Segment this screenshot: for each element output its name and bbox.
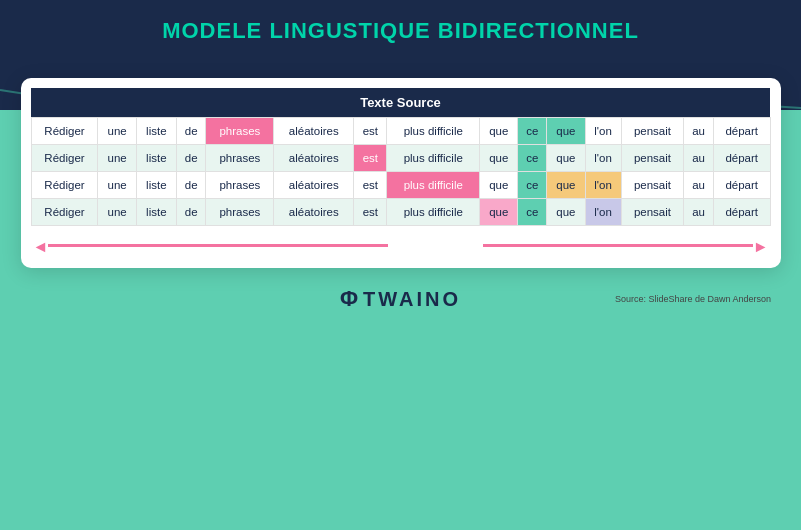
table-cell: Rédiger <box>31 145 98 172</box>
table-cell: aléatoires <box>274 118 354 145</box>
table-cell: que <box>547 172 585 199</box>
table-cell: liste <box>136 145 176 172</box>
table-cell: ce <box>518 199 547 226</box>
table-cell: que <box>547 199 585 226</box>
table-cell: Rédiger <box>31 199 98 226</box>
table-cell: plus difficile <box>387 145 480 172</box>
left-arrow-line <box>48 244 388 247</box>
table-cell: phrases <box>206 118 274 145</box>
table-cell: que <box>480 118 518 145</box>
table-cell: liste <box>136 199 176 226</box>
logo-text: TWAINO <box>363 288 461 311</box>
table-cell: liste <box>136 172 176 199</box>
table-cell: au <box>684 199 714 226</box>
table-row: Rédigerunelistedephrasesaléatoiresestplu… <box>31 118 770 145</box>
table-cell: départ <box>713 199 770 226</box>
table-row: Rédigerunelistedephrasesaléatoiresestplu… <box>31 199 770 226</box>
arrows-container <box>31 232 771 258</box>
table-cell: l'on <box>585 172 621 199</box>
table-cell: au <box>684 145 714 172</box>
right-arrow-line <box>483 244 753 247</box>
table-cell: que <box>480 145 518 172</box>
table-cell: phrases <box>206 199 274 226</box>
table-cell: que <box>480 199 518 226</box>
table-cell: pensait <box>621 118 684 145</box>
table-cell: Rédiger <box>31 118 98 145</box>
table-cell: que <box>480 172 518 199</box>
table-cell: l'on <box>585 199 621 226</box>
table-cell: départ <box>713 172 770 199</box>
title-normal: MODELE LINGUSTIQUE <box>162 18 431 43</box>
footer: Φ TWAINO Source: SlideShare de Dawn Ande… <box>0 286 801 312</box>
table-cell: de <box>176 118 206 145</box>
table-cell: une <box>98 199 136 226</box>
table-cell: l'on <box>585 145 621 172</box>
table-cell: aléatoires <box>274 172 354 199</box>
table-cell: pensait <box>621 172 684 199</box>
table-cell: de <box>176 199 206 226</box>
table-row: Rédigerunelistedephrasesaléatoiresestplu… <box>31 172 770 199</box>
right-arrow <box>483 232 769 258</box>
title-accent: BIDIRECTIONNEL <box>438 18 639 43</box>
table-container: Texte Source Rédigerunelistedephrasesalé… <box>21 78 781 268</box>
table-cell: pensait <box>621 199 684 226</box>
table-cell: ce <box>518 118 547 145</box>
table-cell: au <box>684 172 714 199</box>
right-arrow-head <box>753 232 769 258</box>
left-arrow-head <box>33 232 49 258</box>
table-cell: est <box>354 118 387 145</box>
table-cell: départ <box>713 118 770 145</box>
logo: Φ TWAINO <box>340 286 461 312</box>
table-cell: est <box>354 145 387 172</box>
table-cell: départ <box>713 145 770 172</box>
table-cell: une <box>98 118 136 145</box>
table-cell: aléatoires <box>274 145 354 172</box>
table-cell: que <box>547 118 585 145</box>
page-title: MODELE LINGUSTIQUE BIDIRECTIONNEL <box>20 18 781 44</box>
table-cell: plus difficile <box>387 172 480 199</box>
table-cell: l'on <box>585 118 621 145</box>
table-cell: plus difficile <box>387 199 480 226</box>
table-cell: ce <box>518 145 547 172</box>
logo-symbol: Φ <box>340 286 361 312</box>
table-cell: est <box>354 172 387 199</box>
header: MODELE LINGUSTIQUE BIDIRECTIONNEL <box>0 0 801 58</box>
table-cell: Rédiger <box>31 172 98 199</box>
table-cell: est <box>354 199 387 226</box>
table-header: Texte Source <box>31 88 770 118</box>
table-cell: aléatoires <box>274 199 354 226</box>
table-cell: phrases <box>206 172 274 199</box>
table-cell: au <box>684 118 714 145</box>
table-cell: pensait <box>621 145 684 172</box>
table-cell: ce <box>518 172 547 199</box>
data-table: Texte Source Rédigerunelistedephrasesalé… <box>31 88 771 226</box>
left-arrow <box>33 232 389 258</box>
table-cell: de <box>176 172 206 199</box>
table-cell: une <box>98 172 136 199</box>
table-row: Rédigerunelistedephrasesaléatoiresestplu… <box>31 145 770 172</box>
table-cell: une <box>98 145 136 172</box>
table-cell: de <box>176 145 206 172</box>
source-text: Source: SlideShare de Dawn Anderson <box>615 294 771 304</box>
table-cell: que <box>547 145 585 172</box>
table-cell: plus difficile <box>387 118 480 145</box>
table-cell: phrases <box>206 145 274 172</box>
table-cell: liste <box>136 118 176 145</box>
